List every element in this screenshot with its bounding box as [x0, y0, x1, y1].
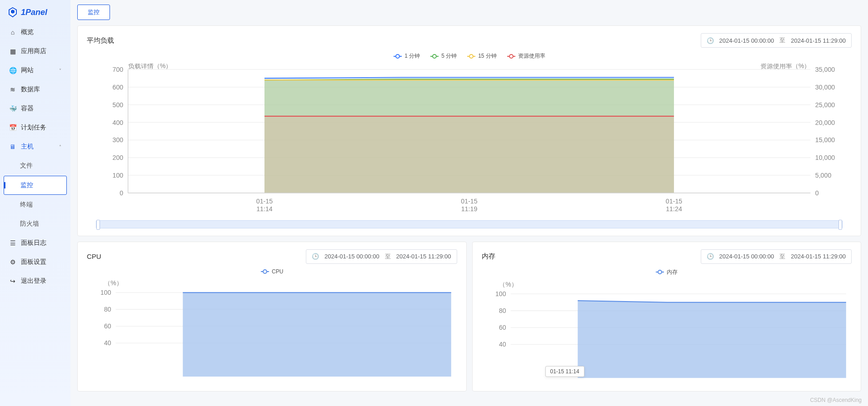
svg-text:500: 500	[113, 101, 124, 109]
grid-icon: ▦	[9, 48, 16, 55]
db-icon: ≋	[9, 86, 16, 93]
log-icon: ☰	[9, 239, 16, 247]
date-to: 2024-01-15 11:29:00	[396, 253, 451, 260]
date-to: 2024-01-15 11:29:00	[791, 253, 846, 260]
legend-item[interactable]: .legend-line[style*='#5ab55a']::after{bo…	[430, 52, 457, 60]
svg-text:负载详情（%）: 负载详情（%）	[128, 64, 172, 69]
legend-item[interactable]: .legend-line[style*='#5a8de6']::after{bo…	[655, 268, 678, 276]
watermark: CSDN @AscendKing	[810, 397, 862, 403]
date-range-load[interactable]: 🕒 2024-01-15 00:00:00 至 2024-01-15 11:29…	[701, 33, 852, 48]
svg-text:资源使用率（%）: 资源使用率（%）	[760, 64, 811, 69]
main: 监控 平均负载 🕒 2024-01-15 00:00:00 至 2024-01-…	[70, 0, 868, 406]
sidebar: 1Panel ⌂概览▦应用商店🌐网站˅≋数据库🐳容器📅计划任务🖥主机˄文件监控终…	[0, 0, 70, 406]
chevron-up-icon: ˄	[59, 144, 61, 149]
sidebar-item-2[interactable]: 🌐网站˅	[4, 61, 67, 79]
legend-label: 15 分钟	[478, 52, 497, 60]
svg-text:300: 300	[113, 136, 124, 144]
svg-text:600: 600	[113, 84, 124, 91]
sidebar-item-9[interactable]: ↪退出登录	[4, 272, 67, 290]
sidebar-sub-6-2[interactable]: 终端	[4, 196, 67, 214]
sidebar-item-8[interactable]: ⚙面板设置	[4, 253, 67, 271]
card-mem: 内存 🕒 2024-01-15 00:00:00 至 2024-01-15 11…	[472, 242, 862, 391]
svg-text:（%）: （%）	[104, 279, 122, 287]
chart-load: .legend-line[style*='#3b7cff']::after{bo…	[87, 52, 852, 228]
sched-icon: 📅	[9, 124, 16, 131]
card-title-cpu: CPU	[87, 253, 101, 260]
legend-label: 内存	[667, 268, 678, 276]
sidebar-item-label: 主机	[21, 143, 34, 151]
svg-text:25,000: 25,000	[815, 101, 835, 109]
sidebar-item-label: 数据库	[21, 85, 40, 94]
sidebar-item-label: 应用商店	[21, 47, 46, 55]
svg-text:100: 100	[113, 172, 124, 179]
svg-text:0: 0	[120, 189, 123, 197]
svg-text:01-15: 01-15	[666, 198, 682, 205]
legend-label: CPU	[272, 268, 283, 275]
docker-icon: 🐳	[9, 105, 16, 112]
gear-icon: ⚙	[9, 258, 16, 266]
host-icon: 🖥	[9, 143, 16, 150]
sidebar-sub-6-3[interactable]: 防火墙	[4, 215, 67, 233]
sidebar-item-label: 网站	[21, 66, 34, 74]
date-sep: 至	[779, 253, 785, 261]
sidebar-sub-6-1[interactable]: 监控	[4, 176, 67, 195]
legend-label: 资源使用率	[518, 52, 545, 60]
card-title-mem: 内存	[482, 252, 495, 261]
tabs: 监控	[77, 5, 861, 20]
svg-text:01-15: 01-15	[461, 198, 477, 205]
brand-name: 1Panel	[21, 8, 47, 17]
svg-text:11:14: 11:14	[256, 205, 273, 213]
svg-text:35,000: 35,000	[815, 66, 835, 73]
svg-text:80: 80	[499, 307, 506, 314]
card-title-load: 平均负载	[87, 36, 114, 45]
sidebar-item-6[interactable]: 🖥主机˄	[4, 138, 67, 156]
sidebar-item-label: 面板日志	[21, 239, 46, 247]
svg-text:20,000: 20,000	[815, 119, 835, 126]
sidebar-item-4[interactable]: 🐳容器	[4, 99, 67, 118]
date-from: 2024-01-15 00:00:00	[719, 37, 774, 44]
svg-text:5,000: 5,000	[815, 172, 832, 179]
svg-text:60: 60	[499, 324, 506, 331]
svg-text:60: 60	[104, 322, 111, 330]
date-range-mem[interactable]: 🕒 2024-01-15 00:00:00 至 2024-01-15 11:29…	[701, 249, 852, 264]
legend-item[interactable]: .legend-line[style*='#e05a5a']::after{bo…	[507, 52, 545, 60]
hexagon-icon	[7, 7, 18, 18]
svg-text:0: 0	[815, 189, 819, 197]
date-from: 2024-01-15 00:00:00	[324, 253, 379, 260]
tab-monitor[interactable]: 监控	[77, 5, 110, 20]
sidebar-item-3[interactable]: ≋数据库	[4, 80, 67, 99]
legend-item[interactable]: .legend-line[style*='#5a8de6']::after{bo…	[260, 268, 283, 275]
sidebar-item-1[interactable]: ▦应用商店	[4, 42, 67, 60]
svg-text:700: 700	[113, 66, 124, 73]
sidebar-item-7[interactable]: ☰面板日志	[4, 234, 67, 252]
date-range-cpu[interactable]: 🕒 2024-01-15 00:00:00 至 2024-01-15 11:29…	[306, 249, 457, 264]
slider-handle-left[interactable]	[96, 220, 100, 230]
home-icon: ⌂	[9, 29, 16, 36]
legend-label: 5 分钟	[441, 52, 457, 60]
time-slider[interactable]	[96, 220, 843, 228]
sidebar-item-label: 计划任务	[21, 124, 46, 132]
svg-text:11:19: 11:19	[461, 205, 478, 213]
sidebar-item-label: 容器	[21, 104, 34, 113]
nav: ⌂概览▦应用商店🌐网站˅≋数据库🐳容器📅计划任务🖥主机˄文件监控终端防火墙☰面板…	[4, 23, 67, 290]
chevron-down-icon: ˅	[59, 68, 61, 73]
svg-text:10,000: 10,000	[815, 154, 835, 161]
clock-icon: 🕒	[707, 253, 714, 260]
sidebar-item-label: 面板设置	[21, 258, 46, 266]
clock-icon: 🕒	[312, 253, 319, 260]
legend-item[interactable]: .legend-line[style*='#f2c94c']::after{bo…	[467, 52, 497, 60]
svg-text:400: 400	[113, 119, 124, 126]
card-cpu: CPU 🕒 2024-01-15 00:00:00 至 2024-01-15 1…	[77, 242, 467, 391]
svg-text:40: 40	[499, 341, 506, 348]
legend-item[interactable]: .legend-line[style*='#3b7cff']::after{bo…	[393, 52, 420, 60]
svg-text:40: 40	[104, 339, 111, 347]
sidebar-item-0[interactable]: ⌂概览	[4, 23, 67, 41]
slider-handle-right[interactable]	[838, 220, 842, 230]
sidebar-item-label: 概览	[21, 28, 34, 36]
svg-text:01-15: 01-15	[256, 198, 273, 205]
exit-icon: ↪	[9, 277, 16, 285]
date-sep: 至	[385, 253, 391, 261]
sidebar-sub-6-0[interactable]: 文件	[4, 157, 67, 175]
sidebar-item-5[interactable]: 📅计划任务	[4, 119, 67, 137]
brand-logo: 1Panel	[4, 5, 67, 23]
